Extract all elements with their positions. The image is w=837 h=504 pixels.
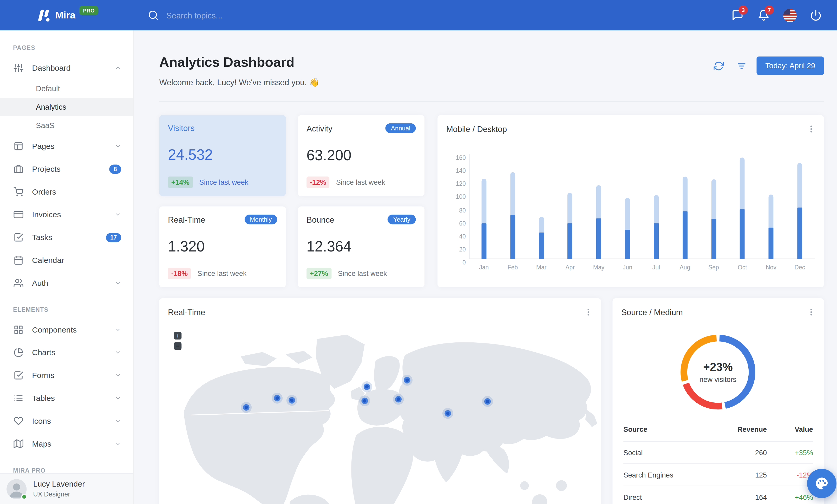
sidebar-item-calendar[interactable]: Calendar — [0, 249, 133, 272]
sidebar-item-tables[interactable]: Tables — [0, 387, 133, 410]
sidebar-item-icons[interactable]: Icons — [0, 410, 133, 432]
x-axis-labels: JanFebMarAprMayJunJulAugSepOctNovDec — [470, 264, 814, 270]
chart-title: Mobile / Desktop — [446, 124, 507, 133]
bar-group-oct — [728, 154, 757, 259]
stat-note: Since last week — [198, 269, 247, 278]
desktop-segment — [625, 230, 630, 259]
map-marker-1[interactable] — [243, 404, 250, 410]
theme-settings-button[interactable] — [807, 469, 836, 498]
messages-icon-badge: 3 — [739, 5, 748, 15]
chevron-down-icon — [114, 326, 121, 333]
bar-series — [470, 154, 814, 259]
sidebar-item-maps[interactable]: Maps — [0, 432, 133, 455]
y-tick-label: 60 — [459, 220, 466, 226]
table-row: Direct 164 +46% — [623, 486, 813, 504]
desktop-segment — [539, 232, 544, 259]
map-marker-5[interactable] — [361, 398, 368, 404]
us-flag-icon — [783, 8, 797, 22]
heart-icon — [14, 416, 23, 426]
stacked-bar-sep[interactable] — [711, 179, 716, 259]
chart-menu-button[interactable] — [805, 124, 817, 134]
desktop-segment — [510, 215, 515, 259]
stacked-bar-may[interactable] — [596, 185, 601, 259]
stacked-bar-mar[interactable] — [539, 217, 544, 259]
sidebar-item-dashboard[interactable]: Dashboard — [0, 56, 133, 79]
y-tick-label: 0 — [462, 259, 466, 265]
stacked-bar-aug[interactable] — [682, 177, 688, 259]
stacked-bar-jul[interactable] — [654, 195, 659, 259]
stacked-bar-feb[interactable] — [510, 172, 515, 259]
desktop-segment — [568, 223, 573, 259]
search-input[interactable] — [166, 11, 330, 20]
stat-note: Since last week — [338, 269, 387, 278]
bar-group-feb — [498, 154, 527, 259]
chevron-down-icon — [114, 395, 121, 402]
sidebar-item-charts[interactable]: Charts — [0, 341, 133, 364]
desktop-segment — [654, 223, 659, 259]
brand[interactable]: Mira PRO — [0, 7, 133, 23]
messages-icon[interactable]: 3 — [727, 5, 748, 25]
stacked-bar-jun[interactable] — [625, 198, 630, 259]
x-tick-label: Jan — [470, 264, 498, 270]
filter-button[interactable] — [734, 58, 749, 74]
sidebar-item-invoices[interactable]: Invoices — [0, 203, 133, 226]
sidebar-user[interactable]: Lucy Lavender UX Designer — [0, 473, 133, 504]
sidebar-item-auth[interactable]: Auth — [0, 272, 133, 294]
x-tick-label: May — [584, 264, 613, 270]
map-marker-3[interactable] — [288, 397, 295, 404]
briefcase-icon — [14, 164, 23, 174]
sidebar-item-forms[interactable]: Forms — [0, 364, 133, 387]
date-range-button[interactable]: Today: April 29 — [757, 56, 824, 75]
sidebar-item-pages[interactable]: Pages — [0, 135, 133, 158]
language-flag-icon[interactable] — [779, 5, 800, 25]
map-marker-9[interactable] — [484, 398, 491, 405]
stacked-bar-nov[interactable] — [769, 194, 773, 259]
stacked-bar-jan[interactable] — [481, 179, 486, 259]
header-actions: Today: April 29 — [711, 56, 824, 75]
map-marker-8[interactable] — [445, 410, 451, 417]
desktop-segment — [769, 228, 773, 259]
map-zoom-out-button[interactable]: − — [174, 342, 181, 350]
map-zoom-controls: + − — [174, 332, 181, 350]
pie-chart-icon — [14, 348, 23, 357]
y-tick-label: 120 — [456, 181, 466, 187]
desktop-segment — [740, 209, 745, 259]
map-marker-4[interactable] — [364, 384, 370, 390]
stat-note: Since last week — [336, 178, 385, 186]
map-marker-2[interactable] — [274, 395, 281, 402]
y-tick-label: 140 — [456, 167, 466, 174]
x-tick-label: Mar — [527, 264, 555, 270]
map-marker-7[interactable] — [404, 377, 410, 384]
sidebar-subitem-analytics[interactable]: Analytics — [0, 98, 133, 116]
sidebar-section-label: Elements — [0, 294, 133, 318]
sidebar-item-orders[interactable]: Orders — [0, 180, 133, 203]
sidebar-item-components[interactable]: Components — [0, 318, 133, 341]
map-zoom-in-button[interactable]: + — [174, 332, 181, 339]
chevron-down-icon — [114, 143, 121, 149]
desktop-segment — [481, 223, 486, 259]
notifications-icon-badge: 7 — [765, 5, 774, 15]
sidebar-subitem-default[interactable]: Default — [0, 79, 133, 98]
power-icon[interactable] — [805, 5, 826, 25]
map-marker-6[interactable] — [395, 396, 402, 403]
stacked-bar-dec[interactable] — [797, 163, 802, 259]
sidebar-subitem-saas[interactable]: SaaS — [0, 116, 133, 135]
page-header: Analytics Dashboard Welcome back, Lucy! … — [159, 54, 824, 88]
chevron-down-icon — [114, 418, 121, 424]
chevron-up-icon — [114, 65, 121, 71]
map-menu-button[interactable] — [583, 306, 593, 317]
source-medium-menu-button[interactable] — [805, 306, 817, 317]
user-avatar — [6, 479, 26, 499]
chevron-down-icon — [114, 349, 121, 356]
table-header-row: Source Revenue Value — [623, 422, 813, 441]
sidebar-item-tasks[interactable]: Tasks 17 — [0, 226, 133, 249]
notifications-icon[interactable]: 7 — [753, 5, 774, 25]
table-row: Social 260 +35% — [623, 441, 813, 464]
sidebar-item-projects[interactable]: Projects 8 — [0, 157, 133, 180]
y-tick-label: 100 — [456, 193, 466, 200]
refresh-button[interactable] — [711, 58, 726, 74]
bar-group-nov — [757, 154, 785, 259]
x-tick-label: Nov — [757, 264, 785, 270]
stacked-bar-apr[interactable] — [568, 193, 573, 259]
stacked-bar-oct[interactable] — [740, 157, 745, 259]
